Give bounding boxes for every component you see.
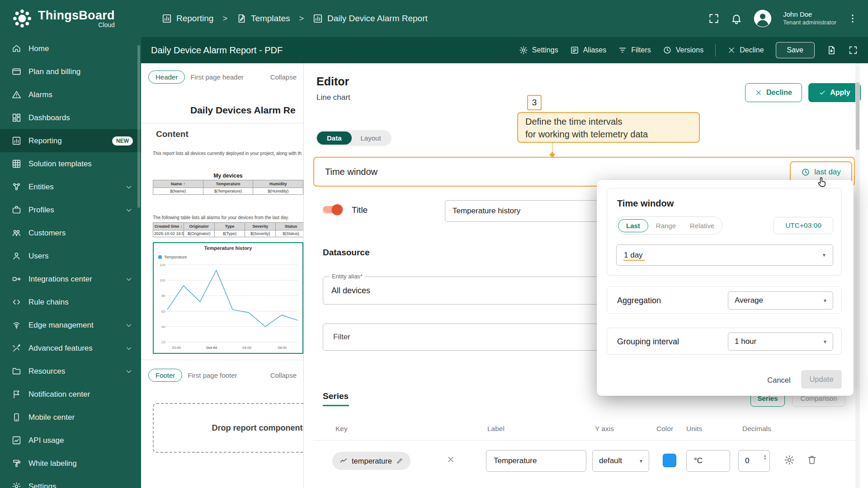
breadcrumb-item[interactable]: Templates [236, 14, 290, 23]
toolbar-fullscreen-button[interactable] [848, 45, 858, 55]
versions-button[interactable]: Versions [663, 46, 703, 55]
breadcrumb-item[interactable]: Daily Device Alarm Report [313, 14, 428, 23]
editor-apply-button[interactable]: Apply [808, 83, 861, 102]
y-axis-select[interactable]: default ▼ [592, 450, 649, 472]
time-window-value-button[interactable]: last day [790, 161, 852, 183]
header-section-button[interactable]: Header [148, 70, 185, 84]
collapse-footer-button[interactable]: Collapse [270, 371, 297, 379]
breadcrumb-item[interactable]: Reporting [162, 14, 213, 23]
sidebar-item-resources[interactable]: Resources [0, 360, 141, 383]
series-column-color: Color [656, 425, 673, 433]
sidebar-item-entities[interactable]: Entities [0, 175, 141, 198]
preview-line-chart[interactable]: Temperature history Temperature 12010080… [153, 242, 303, 354]
resources-icon [12, 366, 21, 376]
sidebar-item-mobile-center[interactable]: Mobile center [0, 406, 141, 429]
sidebar-scrollbar[interactable] [137, 45, 140, 208]
update-button[interactable]: Update [801, 370, 842, 389]
filter-field[interactable]: Filter [323, 324, 617, 351]
sidebar-item-settings[interactable]: Settings [0, 475, 141, 488]
toolbar-divider [715, 44, 716, 56]
settings-button[interactable]: Settings [519, 46, 558, 55]
table-cell: $(Originator) [184, 230, 214, 237]
sidebar-item-advanced-features[interactable]: Advanced features [0, 337, 141, 360]
remove-key-icon[interactable] [447, 455, 455, 464]
sidebar-item-profiles[interactable]: Profiles [0, 198, 141, 221]
breadcrumb-label: Reporting [176, 14, 213, 23]
sidebar-item-label: Mobile center [28, 413, 75, 422]
sidebar-item-customers[interactable]: Customers [0, 221, 141, 244]
first-page-footer-button[interactable]: First page footer [188, 371, 237, 379]
chart-title: Temperature history [154, 245, 302, 251]
api-icon [12, 436, 21, 445]
series-key-chip[interactable]: temperature [332, 452, 410, 470]
interval-select[interactable]: 1 day ▼ [616, 244, 833, 266]
decline-button[interactable]: Decline [727, 46, 764, 54]
table-cell: $(Status) [276, 230, 304, 237]
table-header-cell: Status [276, 223, 304, 230]
sidebar-item-edge-management[interactable]: Edge management [0, 314, 141, 337]
stepper-arrows[interactable]: ▲▼ [763, 454, 767, 460]
sidebar-item-dashboards[interactable]: Dashboards [0, 106, 141, 129]
title-toggle[interactable] [323, 206, 342, 213]
series-units-input[interactable] [686, 450, 730, 472]
svg-text:04:00: 04:00 [242, 346, 252, 350]
series-settings-gear-icon[interactable] [784, 455, 795, 465]
timezone-button[interactable]: UTC+03:00 [774, 217, 833, 234]
tab-data[interactable]: Data [317, 131, 352, 145]
filters-button[interactable]: Filters [618, 46, 651, 55]
sidebar-item-reporting[interactable]: ReportingNEW [0, 129, 141, 152]
sidebar-item-notification-center[interactable]: Notification center [0, 383, 141, 406]
breadcrumb: Reporting>Templates>Daily Device Alarm R… [162, 14, 428, 23]
kebab-menu-icon[interactable] [847, 13, 858, 24]
table-header-cell: Temperature [203, 180, 253, 188]
save-button[interactable]: Save [776, 42, 815, 58]
tab-layout[interactable]: Layout [352, 131, 390, 145]
grouping-interval-select[interactable]: 1 hour ▼ [728, 333, 833, 351]
fullscreen-icon[interactable] [708, 13, 720, 24]
sidebar-item-alarms[interactable]: Alarms [0, 83, 141, 106]
collapse-header-button[interactable]: Collapse [270, 73, 297, 81]
billing-icon [12, 67, 21, 76]
user-role: Tenant administrator [783, 19, 836, 27]
entity-alias-field[interactable]: Entity alias* All devices [323, 277, 617, 305]
check-icon [819, 89, 826, 96]
thingsboard-logo[interactable]: ThingsBoard Cloud [0, 8, 141, 29]
sidebar-item-api-usage[interactable]: API usage [0, 429, 141, 452]
export-pdf-button[interactable] [826, 45, 836, 55]
sidebar-item-users[interactable]: Users [0, 244, 141, 267]
edit-pencil-icon[interactable] [396, 457, 403, 465]
content-section-label: Content [156, 129, 189, 139]
aggregation-label: Aggregation [617, 287, 661, 314]
table-cell: $(Severity) [245, 230, 276, 237]
tab-relative[interactable]: Relative [684, 220, 721, 232]
cancel-button[interactable]: Cancel [763, 371, 795, 389]
chart-legend: Temperature [158, 255, 187, 259]
home-icon [12, 44, 21, 53]
sidebar-item-plan-and-billing[interactable]: Plan and billing [0, 60, 141, 83]
stepper-down-icon[interactable]: ▼ [763, 457, 767, 460]
svg-text:80: 80 [161, 294, 165, 298]
avatar[interactable] [753, 9, 772, 28]
editor-scrollbar[interactable] [855, 63, 860, 488]
first-page-header-button[interactable]: First page header [190, 73, 244, 81]
tab-last[interactable]: Last [618, 219, 648, 232]
drop-components-zone[interactable]: Drop report components from here [153, 403, 304, 453]
scrollbar-thumb[interactable] [856, 82, 859, 150]
aliases-button[interactable]: Aliases [570, 46, 607, 55]
line-chart-icon [340, 457, 348, 465]
sidebar-item-home[interactable]: Home [0, 37, 141, 60]
series-label-input[interactable] [486, 450, 586, 472]
sidebar-item-rule-chains[interactable]: Rule chains [0, 291, 141, 314]
series-delete-trash-icon[interactable] [807, 455, 817, 465]
footer-section-button[interactable]: Footer [148, 369, 182, 382]
tab-range[interactable]: Range [650, 220, 682, 232]
aggregation-select[interactable]: Average ▼ [728, 291, 833, 310]
series-color-swatch[interactable] [663, 454, 676, 467]
sidebar-item-white-labeling[interactable]: White labeling [0, 452, 141, 475]
sidebar-item-integrations-center[interactable]: Integrations center [0, 267, 141, 291]
templates-icon [236, 14, 246, 23]
editor-decline-button[interactable]: Decline [745, 83, 802, 102]
sidebar-item-solution-templates[interactable]: Solution templates [0, 152, 141, 175]
mobile-icon [12, 413, 21, 422]
notifications-bell-icon[interactable] [731, 13, 742, 24]
